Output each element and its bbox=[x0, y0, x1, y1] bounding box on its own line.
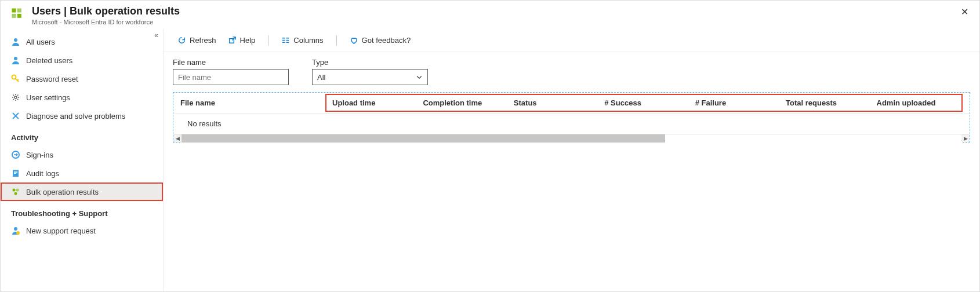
sidebar-item-all-users[interactable]: All users bbox=[1, 32, 163, 51]
no-results-row: No results bbox=[173, 114, 970, 134]
sidebar-item-label: All users bbox=[26, 38, 55, 46]
svg-point-7 bbox=[14, 96, 17, 98]
svg-point-13 bbox=[13, 189, 16, 192]
scroll-track[interactable] bbox=[182, 134, 961, 143]
close-button[interactable]: ✕ bbox=[959, 6, 970, 18]
svg-point-14 bbox=[16, 189, 19, 192]
scroll-thumb[interactable] bbox=[182, 134, 665, 143]
signin-icon bbox=[11, 150, 20, 159]
col-status[interactable]: Status bbox=[508, 98, 598, 107]
sidebar-item-label: Audit logs bbox=[26, 169, 59, 178]
refresh-button[interactable]: Refresh bbox=[173, 34, 221, 47]
help-button[interactable]: Help bbox=[223, 34, 260, 47]
app-logo-icon bbox=[10, 6, 26, 23]
collapse-sidebar-button[interactable]: « bbox=[154, 31, 158, 39]
svg-point-4 bbox=[14, 38, 17, 42]
sidebar-item-user-settings[interactable]: User settings bbox=[1, 88, 163, 107]
svg-rect-2 bbox=[12, 14, 16, 18]
svg-rect-10 bbox=[14, 171, 17, 171]
svg-point-16 bbox=[14, 227, 17, 231]
svg-rect-11 bbox=[14, 172, 17, 173]
col-upload-time[interactable]: Upload time bbox=[326, 98, 417, 107]
user-icon bbox=[11, 37, 20, 46]
col-success[interactable]: # Success bbox=[598, 98, 689, 107]
col-total[interactable]: Total requests bbox=[780, 98, 870, 107]
sidebar-section-troubleshoot: Troubleshooting + Support bbox=[1, 201, 163, 221]
svg-point-5 bbox=[14, 57, 17, 60]
refresh-label: Refresh bbox=[190, 36, 216, 45]
chevron-down-icon bbox=[416, 74, 423, 81]
tools-icon bbox=[11, 111, 20, 121]
help-label: Help bbox=[240, 36, 256, 45]
scroll-right-arrow[interactable]: ▶ bbox=[961, 134, 970, 143]
feedback-button[interactable]: Got feedback? bbox=[345, 34, 416, 47]
filename-filter-input[interactable] bbox=[173, 69, 289, 85]
col-completion-time[interactable]: Completion time bbox=[417, 98, 507, 107]
main-content: Refresh Help Columns Got feedback? File … bbox=[163, 29, 979, 292]
scroll-left-arrow[interactable]: ◀ bbox=[173, 134, 182, 143]
bulk-icon bbox=[11, 187, 20, 196]
col-failure[interactable]: # Failure bbox=[689, 98, 780, 107]
support-icon bbox=[11, 226, 20, 235]
sidebar-section-activity: Activity bbox=[1, 125, 163, 145]
sidebar-item-label: Deleted users bbox=[26, 56, 72, 65]
toolbar-separator bbox=[268, 35, 268, 46]
sidebar-item-label: Bulk operation results bbox=[26, 188, 99, 196]
svg-rect-3 bbox=[17, 14, 21, 18]
sidebar-item-label: New support request bbox=[26, 227, 96, 235]
table-header-row: File name Upload time Completion time St… bbox=[173, 93, 970, 114]
sidebar-item-audit-logs[interactable]: Audit logs bbox=[1, 164, 163, 183]
sidebar-item-signins[interactable]: Sign-ins bbox=[1, 145, 163, 164]
toolbar: Refresh Help Columns Got feedback? bbox=[164, 29, 979, 52]
page-header: Users | Bulk operation results Microsoft… bbox=[1, 1, 979, 29]
external-link-icon bbox=[228, 36, 237, 45]
feedback-label: Got feedback? bbox=[362, 36, 411, 45]
sidebar-item-deleted-users[interactable]: Deleted users bbox=[1, 51, 163, 70]
svg-rect-0 bbox=[12, 9, 16, 13]
sidebar-item-label: Password reset bbox=[26, 75, 78, 83]
type-filter-label: Type bbox=[312, 58, 428, 67]
columns-icon bbox=[281, 36, 290, 45]
page-subtitle: Microsoft - Microsoft Entra ID for workf… bbox=[32, 19, 970, 25]
sidebar-item-label: User settings bbox=[26, 93, 70, 102]
log-icon bbox=[11, 169, 20, 178]
filename-filter-label: File name bbox=[173, 58, 289, 67]
refresh-icon bbox=[177, 36, 186, 45]
col-filename[interactable]: File name bbox=[180, 98, 325, 107]
sidebar-item-label: Sign-ins bbox=[26, 151, 53, 159]
heart-icon bbox=[350, 36, 358, 45]
svg-point-17 bbox=[16, 231, 20, 235]
columns-label: Columns bbox=[293, 36, 323, 45]
sidebar: « All users Deleted users Password reset… bbox=[1, 29, 163, 292]
svg-rect-12 bbox=[14, 173, 16, 174]
horizontal-scrollbar[interactable]: ◀ ▶ bbox=[173, 134, 970, 142]
gear-icon bbox=[11, 93, 20, 102]
columns-button[interactable]: Columns bbox=[277, 34, 328, 47]
user-icon bbox=[11, 56, 20, 65]
sidebar-item-diagnose[interactable]: Diagnose and solve problems bbox=[1, 107, 163, 125]
sidebar-item-label: Diagnose and solve problems bbox=[26, 112, 125, 121]
sidebar-item-password-reset[interactable]: Password reset bbox=[1, 70, 163, 88]
svg-rect-1 bbox=[17, 9, 21, 13]
toolbar-separator bbox=[336, 35, 337, 46]
filter-bar: File name Type All bbox=[164, 52, 979, 92]
results-table: File name Upload time Completion time St… bbox=[173, 92, 970, 143]
type-filter-select[interactable]: All bbox=[312, 69, 428, 85]
col-admin[interactable]: Admin uploaded bbox=[871, 98, 961, 107]
key-icon bbox=[11, 74, 20, 83]
type-filter-value: All bbox=[317, 73, 325, 82]
svg-point-15 bbox=[14, 192, 17, 195]
sidebar-item-bulk-results[interactable]: Bulk operation results bbox=[1, 183, 163, 201]
sidebar-item-support[interactable]: New support request bbox=[1, 221, 163, 240]
highlighted-columns: Upload time Completion time Status # Suc… bbox=[325, 94, 963, 112]
page-title: Users | Bulk operation results bbox=[32, 5, 970, 17]
